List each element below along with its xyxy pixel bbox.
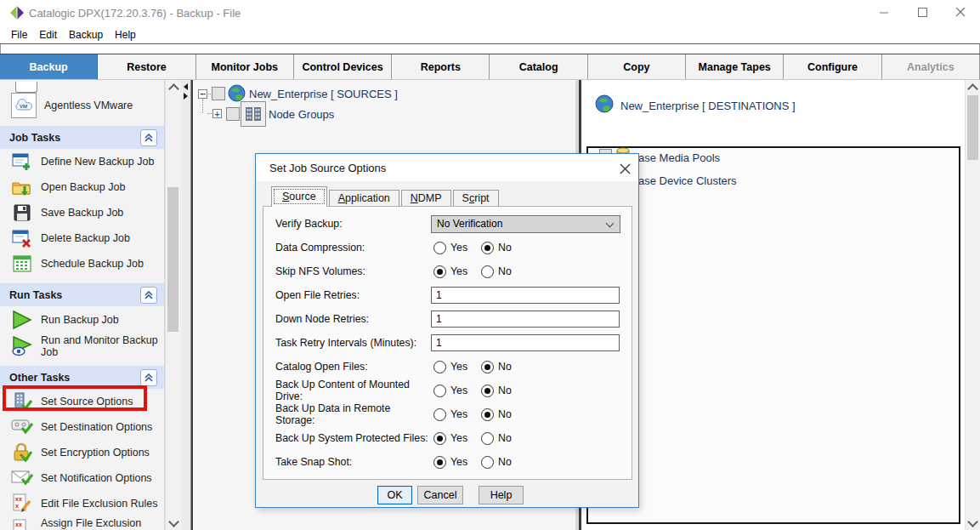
dialog-tab-application[interactable]: Application [329, 190, 399, 207]
task-retry-intervals-input[interactable] [431, 334, 620, 351]
scroll-down-arrow[interactable] [166, 516, 181, 530]
source-root-checkbox[interactable] [212, 87, 225, 100]
collapse-chevron-icon[interactable] [140, 287, 157, 304]
radio-yes[interactable] [433, 408, 446, 421]
source-root-label[interactable]: New_Enterprise [ SOURCES ] [249, 88, 398, 100]
radio-no-label: No [498, 408, 512, 420]
dialog-tab-script[interactable]: Script [453, 190, 499, 207]
sidebar-item-label: Save Backup Job [41, 207, 123, 219]
radio-no[interactable] [481, 385, 494, 397]
tab-manage-tapes[interactable]: Manage Tapes [686, 54, 784, 80]
title-bar: Catalogic DPX(172.20.3.76) - Backup - Fi… [0, 0, 980, 26]
dialog-tab-ndmp[interactable]: NDMP [401, 190, 451, 207]
define-backup-job-icon [11, 151, 33, 173]
sidebar-item-label: Set Destination Options [41, 421, 152, 433]
maximize-button[interactable] [904, 0, 942, 25]
tab-control-devices[interactable]: Control Devices [294, 54, 392, 80]
form-row-task-retry-intervals: Task Retry Intervals (Minutes): [263, 331, 632, 355]
collapse-chevron-icon[interactable] [140, 129, 157, 146]
sidebar-item-set-source-options[interactable]: Set Source Options [0, 389, 164, 414]
radio-yes[interactable] [433, 242, 446, 254]
tab-restore[interactable]: Restore [98, 54, 195, 80]
radio-no[interactable] [481, 361, 494, 373]
form-row-take-snap-shot: Take Snap Shot: Yes No [263, 450, 632, 474]
nav-tab-strip: Backup Restore Monitor Jobs Control Devi… [0, 54, 980, 80]
sidebar-item-schedule-backup-job[interactable]: Schedule Backup Job [0, 251, 164, 276]
sidebar-item-save-backup-job[interactable]: Save Backup Job [0, 200, 164, 225]
radio-yes[interactable] [433, 456, 446, 469]
sidebar-item-set-destination-options[interactable]: Set Destination Options [0, 414, 164, 440]
tab-analytics[interactable]: Analytics [882, 54, 980, 80]
sidebar-item-define-new-backup-job[interactable]: Define New Backup Job [0, 149, 164, 174]
form-row-catalog-open-files: Catalog Open Files: Yes No [263, 355, 632, 379]
sidebar-item-run-backup-job[interactable]: Run Backup Job [0, 306, 164, 333]
sidebar-scrollbar[interactable] [165, 80, 181, 530]
menu-file[interactable]: File [5, 27, 33, 43]
tab-reports[interactable]: Reports [392, 54, 490, 80]
radio-yes[interactable] [433, 385, 446, 397]
device-clusters-label[interactable]: ase Device Clusters [638, 174, 737, 187]
radio-no[interactable] [481, 408, 494, 421]
menu-edit[interactable]: Edit [33, 27, 63, 43]
sidebar-item-open-backup-job[interactable]: Open Backup Job [0, 174, 164, 200]
dialog-close-icon[interactable] [616, 160, 633, 177]
close-button[interactable] [942, 0, 980, 25]
sidebar-item-set-encryption-options[interactable]: Set Encryption Options [0, 440, 164, 465]
sidebar-item-label: Agentless VMware [44, 100, 133, 111]
section-title: Run Tasks [9, 289, 140, 301]
tab-catalog[interactable]: Catalog [490, 54, 587, 80]
open-file-retries-input[interactable] [431, 287, 620, 304]
tab-configure[interactable]: Configure [784, 54, 881, 80]
collapse-left-icon[interactable] [184, 83, 188, 90]
media-pools-label[interactable]: ase Media Pools [638, 151, 720, 164]
sidebar-item-agentless-vmware[interactable]: VM Agentless VMware [0, 92, 164, 119]
radio-yes[interactable] [433, 361, 446, 373]
expand-right-icon[interactable] [184, 93, 188, 100]
radio-yes-label: Yes [450, 408, 467, 420]
tab-monitor-jobs[interactable]: Monitor Jobs [196, 54, 294, 80]
menu-bar: File Edit Backup Help [0, 26, 980, 44]
tab-copy[interactable]: Copy [588, 54, 686, 80]
floppy-disk-icon [11, 202, 33, 224]
scrollbar-thumb[interactable] [967, 95, 978, 160]
minimize-button[interactable] [865, 0, 904, 25]
source-building-icon [11, 390, 33, 413]
sidebar-item-delete-backup-job[interactable]: Delete Backup Job [0, 225, 164, 251]
radio-no[interactable] [481, 432, 494, 445]
tab-backup[interactable]: Backup [0, 54, 98, 80]
tree-expand-expander[interactable]: + [212, 109, 222, 118]
ok-button[interactable]: OK [377, 486, 412, 504]
down-node-retries-input[interactable] [431, 311, 620, 328]
radio-no[interactable] [481, 456, 494, 469]
node-groups-label[interactable]: Node Groups [269, 108, 334, 121]
sidebar-item-run-and-monitor-backup-job[interactable]: Run and Monitor Backup Job [0, 333, 164, 359]
destination-root-label[interactable]: New_Enterprise [ DESTINATIONS ] [620, 100, 796, 112]
delete-backup-job-icon [11, 227, 33, 249]
node-groups-checkbox[interactable] [226, 107, 240, 121]
panel-splitter[interactable] [181, 80, 191, 530]
destination-scrollbar[interactable] [965, 80, 980, 530]
scrollbar-thumb[interactable] [167, 187, 178, 332]
sidebar-item-edit-file-exclusion-rules[interactable]: xxx Edit File Exclusion Rules [0, 491, 164, 516]
collapse-chevron-icon[interactable] [140, 369, 157, 386]
sidebar-item-set-notification-options[interactable]: Set Notification Options [0, 465, 164, 491]
scroll-up-arrow[interactable] [966, 80, 980, 94]
radio-no[interactable] [481, 265, 494, 278]
menu-help[interactable]: Help [109, 27, 142, 43]
sidebar-item-assign-file-exclusion-rule[interactable]: xxx Assign File Exclusion Rule [0, 516, 164, 530]
verify-backup-dropdown[interactable]: No Verification [431, 215, 620, 233]
help-button[interactable]: Help [479, 486, 524, 504]
radio-yes[interactable] [433, 432, 446, 445]
scroll-down-arrow[interactable] [966, 516, 980, 530]
agentless-vmware-icon: VM [11, 93, 37, 118]
radio-yes[interactable] [433, 265, 446, 278]
radio-no[interactable] [481, 242, 494, 254]
sidebar-item-label: Define New Backup Job [41, 156, 154, 168]
svg-text:xx: xx [15, 496, 22, 502]
section-header-job-tasks: Job Tasks [0, 126, 164, 149]
cancel-button[interactable]: Cancel [417, 486, 463, 504]
dialog-tab-source[interactable]: Source [271, 186, 327, 207]
menu-backup[interactable]: Backup [63, 27, 109, 43]
field-label: Skip NFS Volumes: [275, 265, 431, 277]
scroll-up-arrow[interactable] [166, 80, 181, 94]
